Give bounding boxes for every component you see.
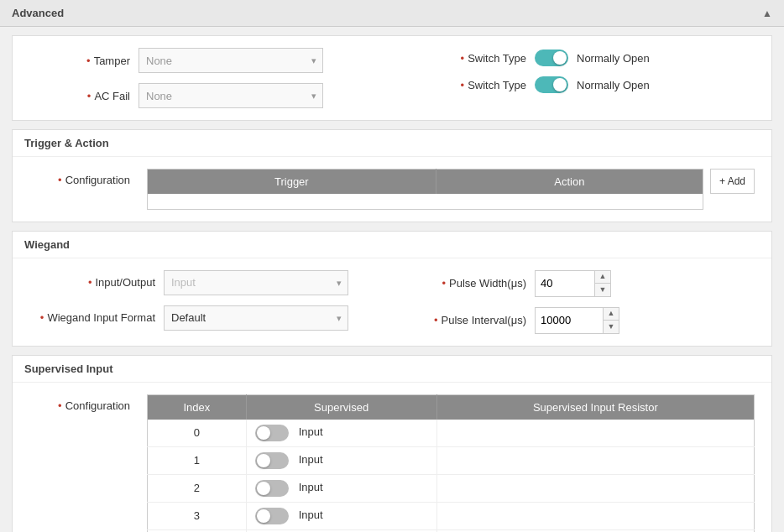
top-fields-block: Tamper None AC Fail None (12, 35, 772, 121)
wiegand-format-label: Wiegand Input Format (29, 311, 164, 324)
input-output-select-wrapper[interactable]: Input (164, 270, 348, 295)
supervised-toggle-track (255, 508, 289, 524)
supervised-input-text: Input (299, 509, 323, 521)
supervised-toggle-track (255, 480, 289, 497)
supervised-input-text: Input (299, 453, 323, 466)
add-button[interactable]: + Add (710, 169, 755, 194)
supervised-table-wrap: Index Supervised Supervised Input Resist… (147, 394, 755, 533)
trigger-config-label: Configuration (29, 169, 139, 186)
supervised-config-row: Configuration Index Supervised Supervise… (29, 394, 755, 533)
advanced-header[interactable]: Advanced ▲ (0, 0, 784, 27)
tamper-row: Tamper None (29, 48, 392, 73)
pulse-width-input[interactable] (536, 271, 594, 296)
trigger-config-row: Configuration Trigger Action (29, 169, 755, 210)
wiegand-format-select-wrapper[interactable]: Default (164, 305, 348, 331)
wiegand-right: Pulse Width(μs) ▲ ▼ Pulse Interval(μs) (400, 270, 755, 334)
resistor-cell (436, 420, 754, 447)
switch-type-2-track (535, 76, 568, 93)
pulse-width-spinners: ▲ ▼ (594, 271, 610, 296)
switch-type-2-thumb (553, 78, 567, 91)
wiegand-section: Wiegand Input/Output Input (12, 231, 772, 347)
page-container: Advanced ▲ Tamper None A (0, 0, 784, 532)
supervised-col-header: Supervised (246, 394, 436, 420)
switch-type-2-label: Switch Type (442, 79, 526, 91)
right-col: Switch Type Normally Open Switch Type (392, 48, 755, 93)
trigger-table-wrap: Trigger Action + Add (147, 169, 755, 210)
input-output-select[interactable]: Input (164, 270, 348, 295)
pulse-width-up[interactable]: ▲ (595, 271, 610, 284)
supervised-toggle[interactable] (255, 480, 289, 497)
supervised-title: Supervised Input (13, 356, 771, 383)
supervised-cell: Input (246, 446, 436, 474)
supervised-content: Configuration Index Supervised Supervise… (13, 383, 771, 533)
trigger-table: Trigger Action (147, 169, 703, 210)
switch-type-2-toggle[interactable] (535, 76, 568, 93)
switch-type-1-track (535, 50, 568, 66)
ac-fail-select-wrapper[interactable]: None (139, 83, 323, 108)
resistor-cell (436, 474, 754, 502)
supervised-toggle-thumb (257, 426, 270, 440)
pulse-width-row: Pulse Width(μs) ▲ ▼ (400, 270, 755, 297)
supervised-toggle[interactable] (255, 425, 289, 441)
supervised-toggle[interactable] (255, 452, 289, 469)
pulse-width-input-wrap: ▲ ▼ (535, 270, 611, 297)
table-row: 3Input (148, 502, 755, 529)
wiegand-content: Input/Output Input Wiegand Input Format (13, 258, 771, 346)
pulse-width-down[interactable]: ▼ (595, 284, 610, 296)
supervised-toggle-track (255, 425, 289, 441)
pulse-interval-up[interactable]: ▲ (604, 308, 619, 321)
switch-type-1-row: Switch Type Normally Open (442, 50, 755, 66)
tamper-label: Tamper (29, 55, 139, 67)
wiegand-format-row: Wiegand Input Format Default (29, 305, 384, 331)
input-output-row: Input/Output Input (29, 270, 384, 295)
table-row: 0Input (148, 420, 755, 447)
ac-fail-select[interactable]: None (139, 83, 323, 108)
supervised-toggle-thumb (257, 454, 270, 467)
pulse-interval-input-wrap: ▲ ▼ (535, 307, 619, 334)
trigger-col-header: Trigger (148, 170, 436, 195)
table-row: 2Input (148, 474, 755, 502)
switch-type-1-label: Switch Type (442, 52, 526, 65)
top-two-col: Tamper None AC Fail None (29, 48, 755, 108)
left-col: Tamper None AC Fail None (29, 48, 392, 108)
ac-fail-label: AC Fail (29, 90, 139, 102)
advanced-title: Advanced (12, 7, 64, 19)
supervised-toggle-track (255, 452, 289, 469)
resistor-cell (436, 446, 754, 474)
switch-type-1-toggle[interactable] (535, 50, 568, 66)
switch-type-2-value: Normally Open (577, 79, 650, 91)
supervised-toggle[interactable] (255, 508, 289, 524)
wiegand-title: Wiegand (13, 232, 771, 258)
supervised-input-text: Input (299, 425, 323, 438)
ac-fail-row: AC Fail None (29, 83, 392, 108)
switch-type-2-row: Switch Type Normally Open (442, 76, 755, 93)
trigger-action-title: Trigger & Action (13, 130, 771, 157)
action-col-header: Action (436, 170, 703, 195)
index-cell: 2 (148, 474, 247, 502)
trigger-action-section: Trigger & Action Configuration Trigger A… (12, 129, 772, 222)
pulse-interval-down[interactable]: ▼ (604, 321, 619, 333)
supervised-config-label: Configuration (29, 394, 139, 412)
supervised-toggle-thumb (257, 509, 270, 523)
index-cell: 0 (148, 420, 247, 447)
wiegand-fields: Input/Output Input Wiegand Input Format (29, 270, 755, 334)
supervised-table: Index Supervised Supervised Input Resist… (147, 394, 755, 533)
tamper-select-wrapper[interactable]: None (139, 48, 323, 73)
wiegand-format-select[interactable]: Default (164, 305, 348, 331)
wiegand-left: Input/Output Input Wiegand Input Format (29, 270, 384, 331)
pulse-interval-input[interactable] (536, 308, 603, 333)
pulse-interval-row: Pulse Interval(μs) ▲ ▼ (400, 307, 755, 334)
supervised-cell: Input (246, 502, 436, 529)
input-output-label: Input/Output (29, 276, 164, 289)
tamper-select[interactable]: None (139, 48, 323, 73)
advanced-chevron: ▲ (762, 8, 772, 19)
supervised-input-text: Input (299, 481, 323, 493)
index-cell: 1 (148, 446, 247, 474)
content-area: Tamper None AC Fail None (0, 27, 784, 532)
switch-type-1-thumb (553, 51, 567, 65)
supervised-section: Supervised Input Configuration Index Sup… (12, 355, 772, 533)
switch-type-1-value: Normally Open (577, 52, 650, 65)
switch-type-group: Switch Type Normally Open Switch Type (442, 50, 755, 93)
index-col-header: Index (148, 394, 247, 420)
table-row: 1Input (148, 446, 755, 474)
